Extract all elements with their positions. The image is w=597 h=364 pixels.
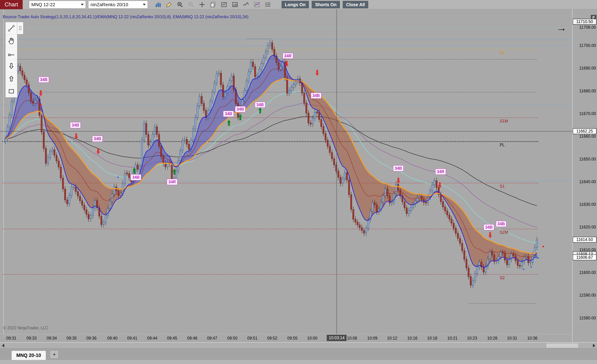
time-tick-label: 09:51 [247,336,258,341]
time-tick-label: 10:36 [527,336,537,341]
chart-title: Bounce Trader Auto Strategy(1,5,20,1,8,2… [3,15,248,19]
time-axis[interactable]: 09:3109:3309:3409:3509:3609:4009:4109:44… [0,334,572,342]
ninjatrader-chart-window: Chart MNQ 12-22 ninZaRenko 20/10 [0,0,597,364]
price-tick-label: 11690.00 [579,66,596,71]
price-axis[interactable]: F 11580.0011590.0011600.0011610.0011620.… [572,9,597,342]
bars-type-value: ninZaRenko 20/10 [91,2,128,8]
time-tick-label: 09:50 [227,336,237,341]
time-tick-label: 09:41 [127,336,137,341]
time-tick-label: 10:06 [347,336,357,341]
time-tick-label: 09:47 [207,336,217,341]
triangle-right-icon [593,344,595,347]
price-box-label: 11606.67 [573,254,597,260]
draw-icon[interactable] [165,0,173,9]
chart-style-icon[interactable] [154,0,162,9]
price-tick-label: 11708.00 [579,25,596,30]
region-tool-icon[interactable] [6,85,17,97]
time-tick-label: 09:35 [66,336,77,341]
freehand-icon[interactable] [242,0,250,9]
drag-handle-dots-icon[interactable] [17,22,24,34]
triangle-left-icon [2,344,4,347]
instrument-dropdown[interactable]: MNQ 12-22 [29,1,86,8]
arrow-down-tool-icon[interactable] [6,60,17,72]
price-tick-label: 11630.00 [579,202,596,207]
price-tick-label: 11660.00 [579,134,596,139]
bars-type-dropdown[interactable]: ninZaRenko 20/10 [88,1,148,8]
time-tick-label: 10:09 [367,336,377,341]
tab-bar: MNQ 20-10 + [0,348,597,360]
time-tick-label: 09:46 [187,336,197,341]
pan-tool-icon[interactable] [6,35,17,47]
shorts-on-button[interactable]: Shorts On [312,1,340,8]
bottom-strip [0,360,597,364]
price-tick-label: 11620.00 [579,225,596,229]
chart-area[interactable]: Bounce Trader Auto Strategy(1,5,20,1,8,2… [0,9,572,334]
time-tick-label: 09:34 [47,336,57,341]
time-tick-label: 10:21 [447,336,457,341]
measure-tool-icon[interactable] [6,47,17,60]
price-tick-label: 11590.00 [579,293,596,298]
price-tick-label: 11640.00 [579,179,596,184]
time-tick-label: 10:00 [307,336,317,341]
scrollbar-thumb[interactable] [546,343,579,348]
price-tick-label: 11650.00 [579,157,596,162]
time-tick-label: 10:28 [487,336,497,341]
scroll-left-button[interactable] [0,343,6,349]
time-tick-label: 09:44 [147,336,157,341]
window-title: Chart [0,0,23,9]
time-tick-label: 10:16 [407,336,417,341]
scroll-right-button[interactable] [591,343,597,349]
price-tick-label: 11680.00 [579,89,596,93]
crosshair-icon[interactable] [198,0,206,9]
horizontal-scrollbar[interactable] [0,342,597,349]
drawing-toolbar [5,22,17,98]
go-to-live-arrow[interactable]: → [557,23,567,33]
price-box-label: 11614.50 [573,237,597,243]
time-tick-label: 09:52 [267,336,277,341]
add-tab-button[interactable]: + [50,350,58,358]
copyright-text: © 2022 NinjaTrader, LLC [3,326,48,330]
chart-trader-icon[interactable] [220,0,228,9]
time-tick-label: 09:36 [86,336,97,341]
time-tick-label: 09:33 [26,336,37,341]
chevron-down-icon [141,1,148,8]
instrument-value: MNQ 12-22 [31,2,55,8]
tab-mnq-20-10[interactable]: MNQ 20-10 [11,350,46,360]
zoom-out-icon[interactable] [187,0,195,9]
time-tick-label: 09:40 [107,336,118,341]
zoom-in-icon[interactable] [176,0,184,9]
close-all-button[interactable]: Close All [343,1,368,8]
longs-on-button[interactable]: Longs On [282,1,309,8]
data-series-icon[interactable] [231,0,239,9]
price-chart-canvas[interactable] [0,9,572,334]
time-tick-label: 10:18 [427,336,437,341]
chevron-down-icon [79,1,86,8]
time-tick-label: 09:45 [167,336,177,341]
time-tick-label: 09:31 [6,336,16,341]
line-tool-icon[interactable] [6,22,17,35]
indicators-icon[interactable] [253,0,261,9]
price-box-label: 11710.50 [573,19,597,25]
time-tick-label: 09:55 [287,336,298,341]
price-tick-label: 11700.00 [579,43,596,48]
toolbar: Chart MNQ 12-22 ninZaRenko 20/10 [0,0,597,9]
time-tick-label: 10:31 [507,336,517,341]
copy-icon[interactable] [209,0,217,9]
price-tick-label: 11670.00 [579,111,596,116]
time-tick-label: 10:23 [467,336,477,341]
price-tick-label: 11600.00 [579,270,596,275]
properties-icon[interactable] [264,0,272,9]
arrow-up-tool-icon[interactable] [6,72,17,85]
price-box-label: 11662.25 [573,128,597,134]
time-tick-label: 10:12 [387,336,397,341]
price-tick-label: 11580.00 [579,316,596,320]
crosshair-time-label: 10:03:14 [327,335,347,341]
